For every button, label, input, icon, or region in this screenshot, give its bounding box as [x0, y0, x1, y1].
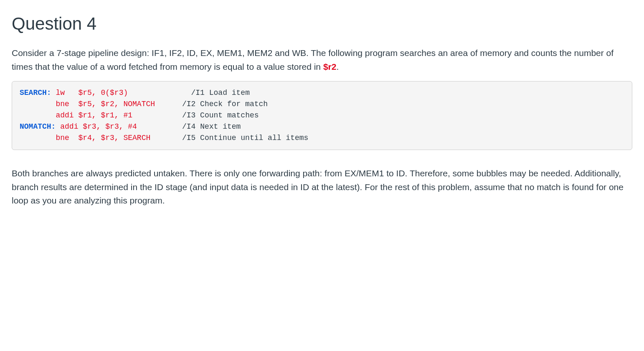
- assembly-code-block: SEARCH: lw $r5, 0($r3) /I1 Load item bne…: [12, 81, 632, 150]
- cmt-i4: /I4 Next item: [182, 122, 241, 131]
- label-search: SEARCH:: [20, 89, 51, 97]
- instr-i4: addi: [60, 122, 78, 131]
- cmt-i3: /I3 Count matches: [182, 111, 259, 120]
- ops-i1: $r5, 0($r3): [78, 89, 128, 97]
- intro-text-pre: Consider a 7-stage pipeline design: IF1,…: [12, 48, 614, 71]
- instr-i5: bne: [56, 134, 69, 142]
- label-nomatch: NOMATCH:: [20, 122, 56, 131]
- ops-i4: $r3, $r3, #4: [83, 122, 137, 131]
- instr-i2: bne: [56, 100, 69, 108]
- instr-i1: lw: [56, 89, 65, 97]
- cmt-i1: /I1 Load item: [191, 89, 250, 97]
- outro-paragraph: Both branches are always predicted untak…: [12, 167, 632, 208]
- register-highlight: $r2: [323, 62, 337, 71]
- intro-paragraph: Consider a 7-stage pipeline design: IF1,…: [12, 46, 632, 74]
- ops-i2: $r5, $r2, NOMATCH: [78, 100, 155, 108]
- cmt-i2: /I2 Check for match: [182, 100, 268, 108]
- ops-i5: $r4, $r3, SEARCH: [78, 134, 150, 142]
- intro-text-post: .: [336, 62, 339, 71]
- instr-i3: addi: [56, 111, 74, 120]
- ops-i3: $r1, $r1, #1: [78, 111, 132, 120]
- question-title: Question 4: [12, 10, 632, 37]
- cmt-i5: /I5 Continue until all items: [182, 134, 308, 142]
